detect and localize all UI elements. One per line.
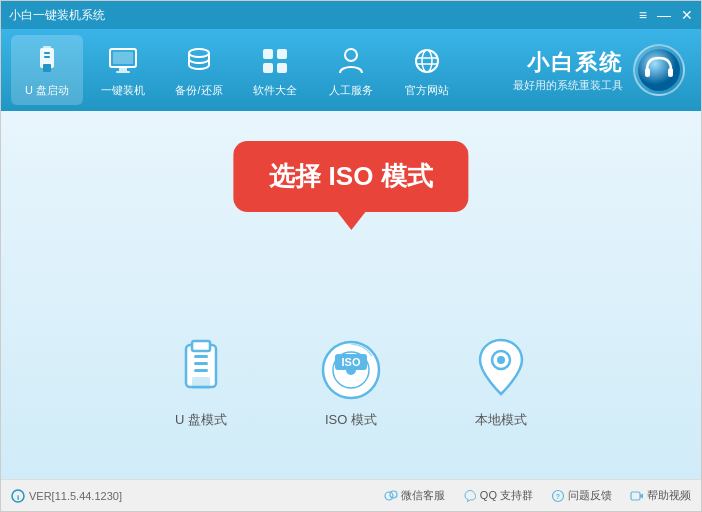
main-content: 选择 ISO 模式 U 盘模式 [1, 111, 701, 479]
iso-mode-label: ISO 模式 [325, 411, 377, 429]
iso-mode-item[interactable]: ISO ISO 模式 [316, 336, 386, 429]
nav-item-u-boot[interactable]: U 盘启动 [11, 35, 83, 105]
svg-point-37 [385, 492, 393, 500]
brand-area: 小白系统 最好用的系统重装工具 [513, 44, 691, 96]
brand-text: 小白系统 最好用的系统重装工具 [513, 48, 623, 93]
svg-text:i: i [17, 493, 19, 502]
svg-rect-20 [645, 68, 650, 77]
globe-icon [409, 43, 445, 79]
nav-label-backup: 备份/还原 [175, 83, 222, 98]
usb-icon [29, 43, 65, 79]
nav-label-software: 软件大全 [253, 83, 297, 98]
window-controls: ≡ — ✕ [639, 8, 693, 22]
version-text: VER[11.5.44.1230] [29, 490, 122, 502]
svg-rect-10 [263, 49, 273, 59]
svg-rect-21 [668, 68, 673, 77]
feedback-label: 问题反馈 [568, 488, 612, 503]
svg-rect-26 [194, 362, 208, 365]
local-mode-item[interactable]: 本地模式 [466, 336, 536, 429]
u-mode-item[interactable]: U 盘模式 [166, 336, 236, 429]
info-icon: i [11, 489, 25, 503]
feedback-link[interactable]: ? 问题反馈 [551, 488, 612, 503]
nav-item-website[interactable]: 官方网站 [391, 35, 463, 105]
svg-point-9 [189, 49, 209, 57]
u-mode-label: U 盘模式 [175, 411, 227, 429]
svg-rect-24 [192, 377, 210, 389]
brand-name: 小白系统 [513, 48, 623, 78]
nav-label-u-boot: U 盘启动 [25, 83, 69, 98]
svg-point-34 [497, 356, 505, 364]
local-mode-label: 本地模式 [475, 411, 527, 429]
qq-icon [463, 489, 477, 503]
database-icon [181, 43, 217, 79]
nav-item-one-key[interactable]: 一键装机 [87, 35, 159, 105]
nav-label-one-key: 一键装机 [101, 83, 145, 98]
svg-rect-4 [44, 56, 50, 58]
svg-rect-1 [43, 46, 51, 51]
svg-rect-6 [119, 67, 127, 71]
wechat-link[interactable]: 微信客服 [384, 488, 445, 503]
svg-rect-11 [277, 49, 287, 59]
svg-rect-2 [43, 64, 51, 72]
wechat-label: 微信客服 [401, 488, 445, 503]
video-label: 帮助视频 [647, 488, 691, 503]
svg-rect-7 [116, 71, 130, 73]
person-icon [333, 43, 369, 79]
svg-rect-3 [44, 52, 50, 54]
feedback-icon: ? [551, 489, 565, 503]
svg-point-15 [416, 50, 438, 72]
nav-items: U 盘启动 一键装机 [11, 35, 513, 105]
video-link[interactable]: 帮助视频 [630, 488, 691, 503]
monitor-icon [105, 43, 141, 79]
svg-point-14 [345, 49, 357, 61]
modes-area: U 盘模式 ISO ISO [1, 216, 701, 429]
wechat-icon [384, 489, 398, 503]
svg-rect-12 [263, 63, 273, 73]
bottom-bar: i VER[11.5.44.1230] 微信客服 QQ 支持群 [1, 479, 701, 511]
nav-bar: U 盘启动 一键装机 [1, 29, 701, 111]
bottom-links: 微信客服 QQ 支持群 ? 问题反馈 帮助视频 [384, 488, 691, 503]
nav-item-support[interactable]: 人工服务 [315, 35, 387, 105]
svg-rect-8 [113, 52, 133, 64]
brand-slogan: 最好用的系统重装工具 [513, 78, 623, 93]
qq-label: QQ 支持群 [480, 488, 533, 503]
minimize-button[interactable]: — [657, 8, 671, 22]
close-button[interactable]: ✕ [681, 8, 693, 22]
tooltip-bubble: 选择 ISO 模式 [233, 141, 468, 212]
video-icon [630, 489, 644, 503]
svg-point-19 [638, 49, 680, 91]
u-mode-icon [166, 336, 236, 401]
apps-icon [257, 43, 293, 79]
main-window: 小白一键装机系统 ≡ — ✕ U 盘启动 [0, 0, 702, 512]
svg-rect-25 [194, 355, 208, 358]
svg-point-16 [422, 50, 432, 72]
qq-link[interactable]: QQ 支持群 [463, 488, 533, 503]
svg-text:?: ? [556, 493, 560, 500]
nav-item-software[interactable]: 软件大全 [239, 35, 311, 105]
nav-label-support: 人工服务 [329, 83, 373, 98]
iso-mode-icon: ISO [316, 336, 386, 401]
brand-logo [633, 44, 685, 96]
svg-rect-23 [192, 341, 210, 351]
nav-item-backup[interactable]: 备份/还原 [163, 35, 235, 105]
menu-icon[interactable]: ≡ [639, 8, 647, 22]
svg-rect-13 [277, 63, 287, 73]
window-title: 小白一键装机系统 [9, 7, 105, 24]
local-mode-icon [466, 336, 536, 401]
title-bar: 小白一键装机系统 ≡ — ✕ [1, 1, 701, 29]
nav-label-website: 官方网站 [405, 83, 449, 98]
svg-text:ISO: ISO [342, 356, 361, 368]
version-area: i VER[11.5.44.1230] [11, 489, 122, 503]
svg-rect-27 [194, 369, 208, 372]
svg-rect-41 [631, 492, 640, 500]
